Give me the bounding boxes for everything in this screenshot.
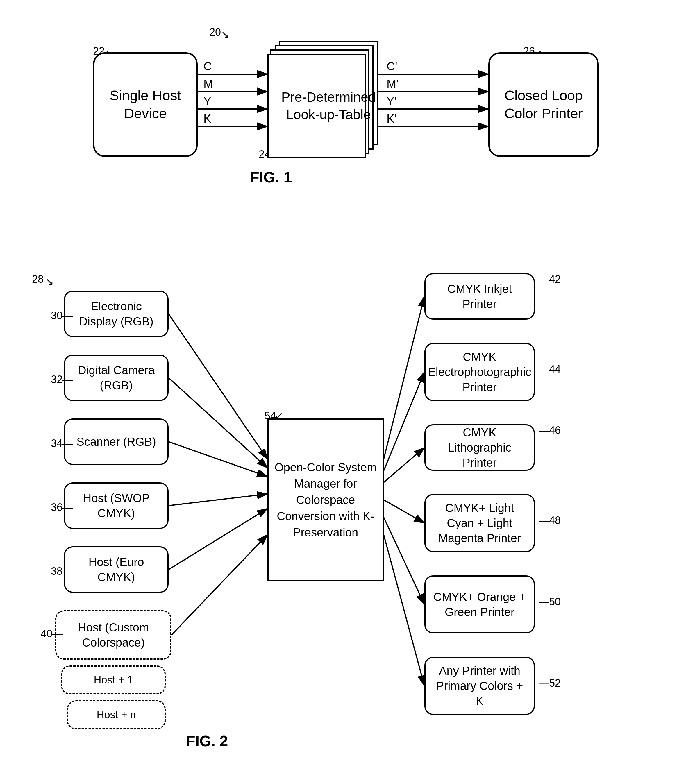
left-box-38: Host (Euro CMYK)	[64, 546, 168, 593]
svg-text:M': M'	[386, 77, 398, 90]
svg-text:C: C	[203, 60, 212, 72]
lut-label: Pre-Determined Look-up-Table	[279, 54, 378, 158]
right-box-50: CMYK+ Orange + Green Printer	[424, 575, 535, 634]
fig1-area: 20 ↘ 22 ↘ 24 26 ↘ Single Host Device Pre…	[29, 17, 669, 198]
svg-line-23	[168, 509, 267, 570]
svg-line-20	[168, 378, 267, 468]
right-box-44: CMYK Electrophotographic Printer	[424, 343, 535, 401]
svg-line-24	[172, 535, 267, 635]
lut-stack: Pre-Determined Look-up-Table	[267, 41, 378, 163]
svg-line-25	[384, 296, 424, 459]
svg-line-30	[384, 535, 424, 686]
svg-line-21	[168, 442, 267, 476]
svg-text:K: K	[203, 112, 211, 125]
svg-text:C': C'	[386, 60, 397, 72]
fig2-area: 28 ↘ Electronic Display (RGB) 30— Digita…	[17, 256, 680, 764]
svg-line-26	[384, 372, 424, 471]
svg-text:K': K'	[386, 112, 396, 125]
right-box-48: CMYK+ Light Cyan + Light Magenta Printer	[424, 494, 535, 552]
right-box-42: CMYK Inkjet Printer	[424, 273, 535, 320]
left-box-34: Scanner (RGB)	[64, 418, 168, 465]
svg-line-19	[168, 314, 267, 459]
right-box-46: CMYK Lithographic Printer	[424, 424, 535, 471]
svg-text:M: M	[203, 77, 213, 90]
center-box: Open-Color System Manager for Colorspace…	[267, 418, 384, 581]
svg-line-29	[384, 517, 424, 604]
svg-line-28	[384, 500, 424, 523]
left-box-40: Host (Custom Colorspace)	[55, 610, 172, 660]
left-box-32: Digital Camera (RGB)	[64, 354, 168, 401]
right-box-52: Any Printer with Primary Colors + K	[424, 657, 535, 715]
left-box-host1: Host + 1	[61, 665, 166, 695]
left-box-36: Host (SWOP CMYK)	[64, 483, 168, 529]
left-box-30: Electronic Display (RGB)	[64, 291, 168, 337]
left-box-hostn: Host + n	[67, 700, 166, 730]
svg-text:Y: Y	[203, 95, 211, 107]
fig2-caption: FIG. 2	[186, 732, 228, 750]
ref-28: 28	[32, 273, 44, 285]
svg-text:Y': Y'	[386, 95, 396, 107]
svg-line-27	[384, 448, 424, 483]
fig1-caption: FIG. 1	[250, 168, 292, 186]
svg-line-22	[168, 494, 267, 506]
diagram-container: 20 ↘ 22 ↘ 24 26 ↘ Single Host Device Pre…	[0, 0, 695, 784]
